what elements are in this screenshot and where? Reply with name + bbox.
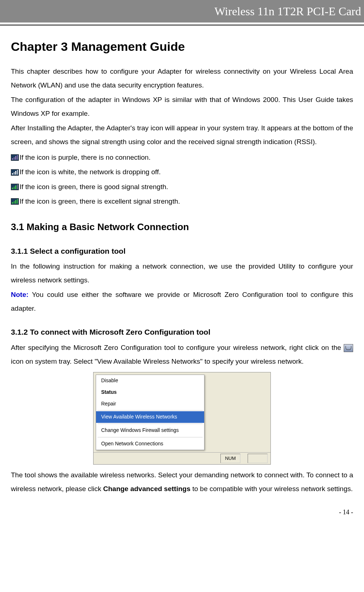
section-3-1-2-text-before: After specifying the Microsoft Zero Conf… — [11, 344, 344, 351]
icon-line-green-good: If the icon is green, there is good sign… — [11, 181, 353, 193]
section-3-1-2-text: After specifying the Microsoft Zero Conf… — [11, 341, 353, 368]
menu-separator-1 — [98, 410, 203, 411]
note-text: You could use either the software we pro… — [11, 291, 353, 312]
menu-item-disable[interactable]: Disable — [96, 375, 204, 387]
after-text-bold: Change advanced settings — [103, 485, 190, 493]
menu-item-status[interactable]: Status — [96, 387, 204, 398]
intro-paragraph-1: This chapter describes how to configure … — [11, 65, 353, 92]
icon-line-green-excellent: If the icon is green, there is excellent… — [11, 196, 353, 207]
section-3-1-2-text-after: icon on system tray. Select "View Availa… — [11, 358, 304, 365]
intro-paragraph-2: The configuration of the adapter in Wind… — [11, 93, 353, 121]
menu-item-open-connections[interactable]: Open Network Connections — [96, 438, 204, 450]
menu-item-view-networks[interactable]: View Available Wireless Networks — [96, 411, 204, 423]
section-3-1-2-title: 3.1.2 To connect with Microsoft Zero Con… — [11, 326, 353, 339]
icon-line-white-text: If the icon is white, the network is dro… — [20, 166, 161, 178]
signal-icon-purple — [11, 154, 19, 161]
menu-item-firewall[interactable]: Change Windows Firewall settings — [96, 425, 204, 436]
section-3-1-title: 3.1 Making a Basic Network Connection — [11, 219, 353, 235]
page-footer: - 14 - — [11, 507, 353, 522]
section-3-1-1-note: Note: You could use either the software … — [11, 288, 353, 315]
icon-line-green-good-text: If the icon is green, there is good sign… — [20, 181, 168, 193]
note-label: Note: — [11, 291, 29, 298]
signal-icon-green-good — [11, 184, 19, 190]
section-3-1-1-text: In the following instruction for making … — [11, 260, 353, 287]
context-menu-panel: Disable Status Repair View Available Wir… — [96, 375, 204, 450]
wireless-tray-icon — [344, 344, 353, 352]
status-cell-empty — [248, 454, 268, 463]
context-menu-screenshot: Disable Status Repair View Available Wir… — [93, 372, 271, 465]
icon-line-purple-text: If the icon is purple, there is no conne… — [20, 152, 150, 163]
intro-paragraph-3: After Installing the Adapter, the Adapte… — [11, 121, 353, 149]
status-cell-num: NUM — [220, 454, 240, 463]
icon-line-green-excellent-text: If the icon is green, there is excellent… — [20, 196, 180, 207]
document-header-bar: Wireless 11n 1T2R PCI-E Card — [0, 0, 364, 23]
chapter-title: Chapter 3 Management Guide — [11, 36, 353, 57]
menu-separator-2 — [98, 424, 203, 424]
icon-line-purple: If the icon is purple, there is no conne… — [11, 152, 353, 163]
section-3-1-1-title: 3.1.1 Select a configuration tool — [11, 245, 353, 258]
after-text-end: to be compatible with your wireless netw… — [190, 485, 353, 493]
signal-icon-white — [11, 169, 19, 176]
menu-item-repair[interactable]: Repair — [96, 398, 204, 410]
icon-line-white: If the icon is white, the network is dro… — [11, 166, 353, 178]
menu-separator-3 — [98, 437, 203, 437]
header-divider — [0, 25, 364, 25]
signal-icon-green-excellent — [11, 198, 19, 205]
status-bar: NUM — [94, 452, 270, 464]
after-screenshot-text: The tool shows the available wireless ne… — [11, 468, 353, 496]
